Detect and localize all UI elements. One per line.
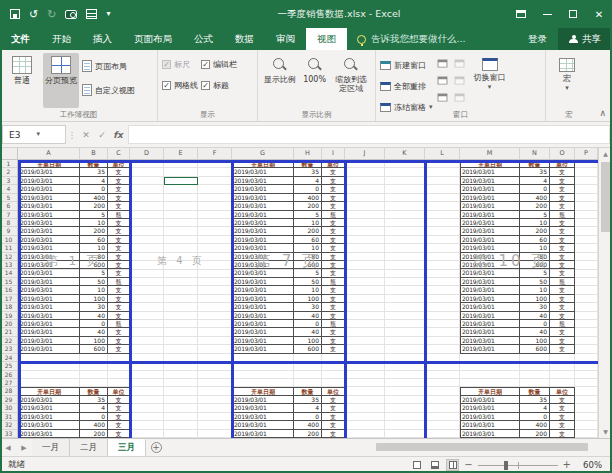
table-cell[interactable]: 200 [294, 202, 322, 210]
table-cell[interactable]: 2019/03/01 [232, 177, 294, 185]
sheet-tab-一月[interactable]: 一月 [32, 439, 70, 456]
table-cell[interactable]: 0 [294, 185, 322, 193]
tab-4[interactable]: 公式 [183, 28, 224, 50]
table-cell[interactable]: 支 [322, 303, 345, 311]
table-cell[interactable]: 2019/03/01 [18, 269, 80, 277]
table-cell[interactable]: 2019/03/01 [232, 236, 294, 244]
name-box-dropdown-icon[interactable]: ▾ [36, 131, 40, 138]
row-header-18[interactable]: 18 [0, 303, 17, 311]
table-cell[interactable]: 400 [520, 421, 550, 429]
table-cell[interactable]: 35 [294, 396, 322, 404]
table-cell[interactable]: 支 [322, 286, 345, 294]
table-cell[interactable]: 2019/03/01 [232, 404, 294, 412]
save-icon[interactable] [10, 9, 20, 19]
table-cell[interactable]: 瓶 [322, 278, 345, 286]
table-cell[interactable]: 100 [294, 295, 322, 303]
table-cell[interactable]: 支 [550, 236, 575, 244]
column-header-F[interactable]: F [198, 148, 232, 159]
table-cell[interactable]: 2019/03/01 [460, 269, 520, 277]
table-cell[interactable]: 10 [80, 286, 108, 294]
table-cell[interactable]: 支 [322, 396, 345, 404]
normal-view-statusbar-button[interactable] [410, 459, 423, 471]
table-icon[interactable] [86, 9, 97, 19]
table-cell[interactable]: 2019/03/01 [18, 345, 80, 353]
table-cell[interactable]: 200 [520, 430, 550, 438]
table-cell[interactable]: 4 [294, 404, 322, 412]
table-cell[interactable]: 2019/03/01 [460, 404, 520, 412]
table-cell[interactable]: 2019/03/01 [460, 413, 520, 421]
table-cell[interactable]: 2019/03/01 [460, 227, 520, 235]
table-cell[interactable]: 支 [322, 177, 345, 185]
table-cell[interactable]: 支 [108, 413, 130, 421]
table-cell[interactable]: 10 [520, 286, 550, 294]
table-cell[interactable]: 支 [322, 168, 345, 176]
table-cell[interactable]: 支 [322, 269, 345, 277]
table-cell[interactable]: 2019/03/01 [18, 312, 80, 320]
table-cell[interactable]: 0 [520, 413, 550, 421]
arrange-all-button[interactable]: 全部重排 [380, 77, 433, 95]
grid-body[interactable]: 开单日期数量单位2019/03/0135支2019/03/014支2019/03… [18, 160, 598, 438]
column-header-C[interactable]: C [108, 148, 130, 159]
maximize-button[interactable] [560, 0, 586, 28]
horizontal-scroll-thumb[interactable] [376, 443, 588, 451]
hide-button[interactable] [436, 73, 450, 87]
table-cell[interactable]: 35 [80, 168, 108, 176]
table-cell[interactable]: 支 [550, 303, 575, 311]
table-cell[interactable]: 30 [520, 303, 550, 311]
table-cell[interactable]: 600 [520, 345, 550, 353]
table-cell[interactable]: 0 [80, 320, 108, 328]
table-cell[interactable]: 200 [294, 227, 322, 235]
table-cell[interactable]: 支 [550, 194, 575, 202]
table-cell[interactable]: 瓶 [550, 320, 575, 328]
table-cell[interactable]: 支 [322, 345, 345, 353]
table-cell[interactable]: 60 [294, 236, 322, 244]
table-cell[interactable]: 2019/03/01 [18, 236, 80, 244]
horizontal-scrollbar[interactable] [370, 442, 598, 452]
table-cell[interactable]: 5 [520, 269, 550, 277]
table-cell[interactable]: 2019/03/01 [232, 168, 294, 176]
table-cell[interactable]: 4 [294, 177, 322, 185]
row-header-22[interactable]: 22 [0, 337, 17, 345]
table-cell[interactable]: 35 [520, 168, 550, 176]
table-header-cell[interactable]: 数量 [520, 387, 550, 395]
row-header-28[interactable]: 28 [0, 387, 17, 395]
table-cell[interactable]: 支 [108, 185, 130, 193]
table-cell[interactable]: 600 [294, 345, 322, 353]
table-cell[interactable]: 瓶 [322, 211, 345, 219]
row-header-14[interactable]: 14 [0, 269, 17, 277]
table-cell[interactable]: 支 [108, 194, 130, 202]
table-cell[interactable]: 支 [108, 227, 130, 235]
table-cell[interactable]: 瓶 [550, 211, 575, 219]
table-cell[interactable]: 2019/03/01 [18, 337, 80, 345]
column-header-M[interactable]: M [460, 148, 520, 159]
table-cell[interactable]: 支 [108, 261, 130, 269]
row-header-5[interactable]: 5 [0, 194, 17, 202]
table-cell[interactable]: 2019/03/01 [232, 303, 294, 311]
tab-file[interactable]: 文件 [0, 28, 41, 50]
table-cell[interactable]: 2019/03/01 [460, 337, 520, 345]
table-cell[interactable]: 支 [322, 413, 345, 421]
table-cell[interactable]: 35 [294, 168, 322, 176]
table-cell[interactable]: 2019/03/01 [18, 168, 80, 176]
table-cell[interactable]: 支 [550, 227, 575, 235]
table-cell[interactable]: 2019/03/01 [18, 177, 80, 185]
table-cell[interactable]: 支 [550, 253, 575, 261]
table-cell[interactable]: 200 [80, 430, 108, 438]
tab-3[interactable]: 页面布局 [123, 28, 183, 50]
table-cell[interactable]: 5 [520, 211, 550, 219]
table-header-cell[interactable]: 数量 [80, 387, 108, 395]
row-header-19[interactable]: 19 [0, 312, 17, 320]
table-cell[interactable]: 2019/03/01 [460, 286, 520, 294]
table-cell[interactable]: 2019/03/01 [18, 320, 80, 328]
table-cell[interactable]: 瓶 [550, 278, 575, 286]
table-cell[interactable]: 支 [108, 236, 130, 244]
table-cell[interactable]: 400 [294, 194, 322, 202]
table-cell[interactable]: 200 [520, 227, 550, 235]
table-cell[interactable]: 10 [294, 286, 322, 294]
row-header-10[interactable]: 10 [0, 236, 17, 244]
table-cell[interactable]: 40 [80, 312, 108, 320]
table-cell[interactable]: 0 [520, 185, 550, 193]
select-all-corner[interactable] [0, 148, 18, 159]
table-cell[interactable]: 2019/03/01 [232, 328, 294, 336]
table-cell[interactable]: 2019/03/01 [232, 185, 294, 193]
